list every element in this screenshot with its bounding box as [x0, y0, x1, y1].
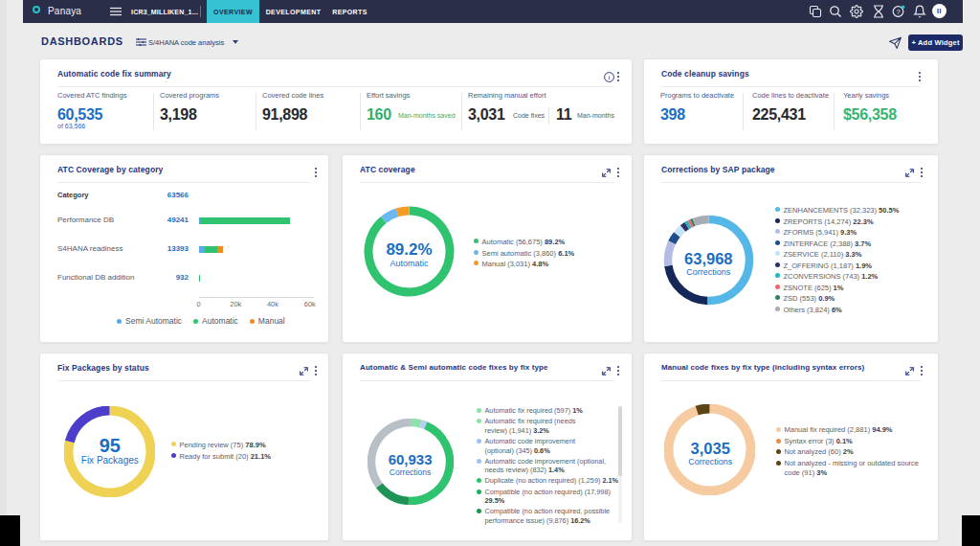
svg-text:i: i: [609, 74, 611, 81]
svg-text:?: ?: [896, 8, 900, 16]
